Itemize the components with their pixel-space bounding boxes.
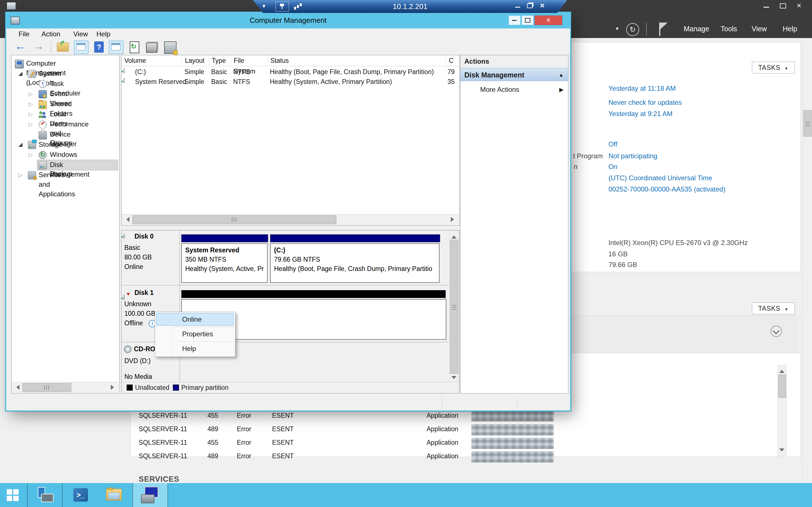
- rdp-minimize-button[interactable]: [515, 7, 520, 8]
- prop-windows-update[interactable]: Never check for updates: [608, 99, 682, 107]
- prop-ceip[interactable]: Not participating: [608, 152, 657, 160]
- events-tasks-button[interactable]: TASKS▼: [752, 302, 795, 314]
- console-tree-toggle-icon[interactable]: [74, 41, 89, 54]
- start-button[interactable]: [0, 483, 26, 507]
- prop-last-checked[interactable]: Yesterday at 9:21 AM: [608, 110, 672, 118]
- sm-menu-help[interactable]: Help: [783, 25, 797, 33]
- col-header-file-system[interactable]: File System: [231, 55, 267, 66]
- event-row-source-name[interactable]: SQLSERVER-11: [139, 425, 187, 433]
- rdp-restore-button[interactable]: [527, 3, 532, 8]
- sm-minimize-button[interactable]: [758, 0, 774, 11]
- scroll-left-icon[interactable]: [14, 385, 19, 390]
- sm-page-scrollbar[interactable]: [802, 38, 812, 484]
- events-scrollbar[interactable]: [777, 365, 786, 456]
- sm-menu-view[interactable]: View: [752, 25, 767, 33]
- chevron-down-icon: ▼: [784, 66, 789, 71]
- disk0-partition-c[interactable]: (C:) 79.66 GB NTFS Healthy (Boot, Page F…: [270, 243, 440, 283]
- disk-v-scrollbar-thumb[interactable]: [450, 240, 458, 374]
- collapsed-twisty-icon[interactable]: ▷: [29, 110, 33, 118]
- scroll-down-icon[interactable]: [779, 448, 784, 454]
- status-bar-divider: [442, 396, 442, 407]
- cm-menu-file[interactable]: File: [18, 30, 30, 38]
- events-collapse-button[interactable]: [770, 326, 782, 337]
- context-menu-item-help[interactable]: Help: [155, 342, 235, 355]
- sm-page-scrollbar-thumb[interactable]: [803, 110, 812, 136]
- partition-size: 350 MB NTFS: [185, 255, 264, 264]
- disk0-partition-system-reserved[interactable]: System Reserved 350 MB NTFS Healthy (Sys…: [181, 243, 267, 283]
- col-header-status[interactable]: Status: [267, 55, 446, 66]
- refresh-icon[interactable]: ↻: [626, 23, 639, 36]
- volume-h-scrollbar[interactable]: [121, 214, 459, 225]
- cm-menu-action[interactable]: Action: [42, 30, 60, 38]
- tree-h-scrollbar-thumb[interactable]: [22, 383, 71, 392]
- taskbar-powershell[interactable]: >_: [68, 483, 95, 507]
- scroll-up-icon[interactable]: [779, 367, 784, 373]
- cm-menu-help[interactable]: Help: [96, 30, 110, 38]
- disk1-name: Disk 1: [135, 289, 154, 297]
- forward-icon[interactable]: →: [33, 40, 44, 52]
- sm-maximize-button[interactable]: [775, 0, 791, 11]
- cm-menu-view[interactable]: View: [73, 30, 88, 38]
- event-row-source-name[interactable]: SQLSERVER-11: [139, 439, 187, 446]
- sm-close-button[interactable]: ×: [791, 0, 807, 11]
- powershell-icon: >_: [73, 488, 88, 502]
- properties-icon[interactable]: [146, 43, 157, 53]
- collapse-section-icon[interactable]: ▲: [559, 68, 564, 81]
- collapsed-twisty-icon[interactable]: ▷: [29, 151, 33, 158]
- action-pane-toggle-icon[interactable]: [109, 41, 123, 54]
- prop-product-id[interactable]: 00252-70000-00000-AA535 (activated): [608, 185, 725, 193]
- event-row-source-name[interactable]: SQLSERVER-11: [139, 412, 187, 419]
- events-scrollbar-thumb[interactable]: [778, 375, 786, 398]
- expanded-twisty-icon[interactable]: ◢: [18, 141, 22, 148]
- dropdown-caret-icon[interactable]: ▼: [615, 26, 620, 32]
- actions-section-disk-management[interactable]: Disk Management ▲: [460, 68, 568, 81]
- properties-tasks-button[interactable]: TASKS▼: [752, 62, 795, 73]
- taskbar-file-explorer[interactable]: [99, 483, 129, 507]
- col-header-layout[interactable]: Layout: [182, 55, 209, 66]
- scroll-right-icon[interactable]: [451, 217, 456, 222]
- sm-menu-tools[interactable]: Tools: [721, 25, 737, 33]
- cm-restore-button[interactable]: [522, 15, 534, 25]
- cm-title-bar[interactable]: Computer Management ×: [6, 13, 570, 29]
- prop-ie-esc[interactable]: On: [608, 163, 617, 171]
- volume-row[interactable]: (C:) Simple Basic NTFS Healthy (Boot, Pa…: [121, 67, 459, 77]
- disk-v-scrollbar[interactable]: [449, 230, 459, 383]
- taskbar-computer-management-active[interactable]: [133, 483, 168, 507]
- sm-menu-manage[interactable]: Manage: [684, 25, 709, 33]
- prop-time-zone[interactable]: (UTC) Coordinated Universal Time: [608, 174, 712, 182]
- context-menu-item-properties[interactable]: Properties: [155, 328, 235, 340]
- context-menu-item-online[interactable]: Online: [155, 313, 235, 326]
- cd-icon: [124, 345, 132, 353]
- event-row-log: Application: [426, 425, 458, 433]
- prop-last-installed-updates[interactable]: Yesterday at 11:18 AM: [608, 84, 676, 93]
- tree-h-scrollbar[interactable]: [11, 382, 119, 393]
- event-row-source-name[interactable]: SQLSERVER-11: [139, 452, 187, 460]
- collapsed-twisty-icon[interactable]: ▷: [18, 171, 22, 179]
- collapsed-twisty-icon[interactable]: ▷: [29, 80, 33, 87]
- collapsed-twisty-icon[interactable]: ▷: [29, 90, 33, 98]
- cm-minimize-button[interactable]: [509, 15, 520, 25]
- scroll-left-icon[interactable]: [124, 217, 130, 222]
- refresh-page-icon[interactable]: ↻: [130, 41, 139, 53]
- prop-feedback[interactable]: Off: [608, 140, 617, 148]
- disk-tools-icon[interactable]: [164, 41, 176, 54]
- taskbar-server-manager[interactable]: [27, 483, 63, 507]
- actions-more-actions[interactable]: More Actions ▶: [460, 83, 568, 96]
- back-icon[interactable]: ←: [15, 40, 26, 52]
- rdp-close-button[interactable]: ×: [540, 1, 545, 10]
- help-icon[interactable]: ?: [94, 41, 104, 53]
- col-header-type[interactable]: Type: [209, 55, 231, 66]
- col-header-capacity[interactable]: C: [446, 55, 459, 66]
- scroll-up-icon[interactable]: [451, 233, 456, 238]
- collapsed-twisty-icon[interactable]: ▷: [29, 121, 33, 128]
- col-header-volume[interactable]: Volume: [121, 55, 182, 66]
- scroll-down-icon[interactable]: [451, 376, 456, 382]
- expanded-twisty-icon[interactable]: ◢: [18, 70, 22, 77]
- cm-close-button[interactable]: ×: [535, 15, 562, 25]
- volume-row[interactable]: System Reserved Simple Basic NTFS Health…: [121, 77, 459, 87]
- disk-icon: [124, 233, 124, 239]
- export-icon[interactable]: ↱: [57, 43, 69, 52]
- collapsed-twisty-icon[interactable]: ▷: [29, 100, 33, 108]
- volume-h-scrollbar-thumb[interactable]: [132, 215, 336, 224]
- scroll-right-icon[interactable]: [111, 385, 116, 390]
